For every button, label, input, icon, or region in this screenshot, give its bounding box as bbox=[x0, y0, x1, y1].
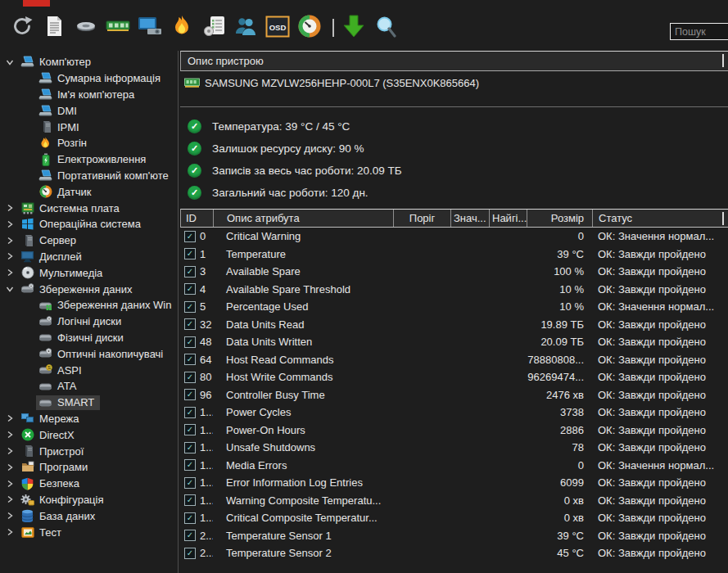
attr-checkbox[interactable]: ✓ bbox=[184, 407, 196, 418]
sidebar-item-os[interactable]: Операційна система bbox=[0, 216, 177, 232]
attr-row[interactable]: ✓5Percentage Used10 %ОК: Значення нормал… bbox=[180, 298, 728, 316]
attr-checkbox[interactable]: ✓ bbox=[184, 266, 196, 277]
attr-checkbox[interactable]: ✓ bbox=[184, 389, 196, 400]
sidebar-item-database[interactable]: База даних bbox=[0, 508, 177, 524]
attr-checkbox[interactable]: ✓ bbox=[184, 354, 196, 365]
chevron-right-icon[interactable] bbox=[6, 480, 18, 488]
attr-row[interactable]: ✓1...Critical Composite Temperatur...0 х… bbox=[180, 509, 728, 527]
attr-row[interactable]: ✓2...Temperature Sensor 139 °CОК: Завжди… bbox=[180, 527, 728, 545]
scrollbar-thumb[interactable] bbox=[722, 212, 724, 225]
chevron-right-icon[interactable] bbox=[6, 220, 18, 228]
chevron-right-icon[interactable] bbox=[6, 252, 18, 260]
sidebar-item-overclock[interactable]: Розгін bbox=[0, 135, 177, 151]
attr-checkbox[interactable]: ✓ bbox=[184, 248, 196, 259]
column-header-attribute[interactable]: Опис атрибута bbox=[214, 210, 394, 227]
sidebar-item-storage-windows[interactable]: Збереження даних Win bbox=[0, 297, 177, 314]
chevron-down-icon[interactable] bbox=[6, 285, 18, 293]
attr-checkbox[interactable]: ✓ bbox=[184, 318, 196, 330]
sidebar-item-network[interactable]: Мережа bbox=[0, 411, 177, 427]
scrollbar-thumb[interactable] bbox=[722, 54, 724, 67]
attr-checkbox[interactable]: ✓ bbox=[184, 530, 196, 541]
toolbar-burn-test-button[interactable] bbox=[170, 14, 194, 42]
sidebar-item-display[interactable]: Дисплей bbox=[0, 249, 177, 265]
sidebar-item-portable[interactable]: Портативний комп'юте bbox=[0, 168, 177, 184]
attr-row[interactable]: ✓64Host Read Commands78880808...ОК: Завж… bbox=[180, 351, 728, 369]
column-header-threshold[interactable]: Поріг bbox=[394, 210, 451, 227]
sidebar-item-summary[interactable]: Сумарна інформація bbox=[0, 70, 177, 87]
column-header-size[interactable]: Розмір bbox=[527, 210, 593, 227]
attr-checkbox[interactable]: ✓ bbox=[184, 442, 196, 453]
attr-row[interactable]: ✓1...Power-On Hours2886ОК: Завжди пройде… bbox=[180, 422, 728, 440]
attr-checkbox[interactable]: ✓ bbox=[184, 231, 196, 242]
column-header-worst[interactable]: Найгі... bbox=[490, 210, 527, 227]
toolbar-memory-button[interactable] bbox=[106, 14, 130, 42]
sidebar-item-security[interactable]: Безпека bbox=[0, 476, 177, 492]
chevron-right-icon[interactable] bbox=[6, 204, 18, 212]
toolbar-refresh-button[interactable] bbox=[10, 14, 34, 42]
chevron-right-icon[interactable] bbox=[6, 447, 18, 455]
attr-checkbox[interactable]: ✓ bbox=[184, 459, 196, 471]
sidebar-item-computer[interactable]: Комп'ютер bbox=[0, 54, 177, 70]
attr-row[interactable]: ✓32Data Units Read19.89 ТБОК: Завжди про… bbox=[180, 316, 728, 334]
attr-checkbox[interactable]: ✓ bbox=[184, 548, 196, 559]
attr-checkbox[interactable]: ✓ bbox=[184, 424, 196, 435]
toolbar-download-button[interactable] bbox=[341, 14, 366, 42]
sidebar-item-test[interactable]: Тест bbox=[0, 524, 177, 540]
sidebar-item-ata[interactable]: ATA bbox=[0, 378, 177, 395]
panel-divider[interactable] bbox=[178, 51, 179, 573]
attr-checkbox[interactable]: ✓ bbox=[184, 477, 196, 489]
toolbar-search-zoom-button[interactable] bbox=[373, 14, 398, 42]
attr-row[interactable]: ✓96Controller Busy Time2476 хвОК: Завжди… bbox=[180, 386, 728, 404]
sidebar-item-sensor[interactable]: Датчик bbox=[0, 183, 177, 200]
sidebar-item-dmi[interactable]: DMI bbox=[0, 102, 177, 119]
attr-checkbox[interactable]: ✓ bbox=[184, 512, 196, 524]
search-input[interactable] bbox=[670, 23, 728, 40]
sidebar-item-programs[interactable]: Програми bbox=[0, 459, 177, 476]
attr-row[interactable]: ✓1...Error Information Log Entries6099ОК… bbox=[180, 474, 728, 492]
sidebar-item-multimedia[interactable]: Мультимедіа bbox=[0, 264, 177, 281]
attr-checkbox[interactable]: ✓ bbox=[184, 301, 196, 313]
sidebar-item-ipmi[interactable]: IPMI bbox=[0, 119, 177, 135]
attr-row[interactable]: ✓1...Power Cycles3738ОК: Завжди пройдено bbox=[180, 404, 728, 422]
chevron-right-icon[interactable] bbox=[6, 431, 18, 439]
chevron-right-icon[interactable] bbox=[6, 237, 18, 245]
chevron-right-icon[interactable] bbox=[6, 463, 18, 471]
attr-row[interactable]: ✓1...Warning Composite Temperatu...0 хвО… bbox=[180, 492, 728, 510]
chevron-right-icon[interactable] bbox=[6, 268, 18, 277]
attr-row[interactable]: ✓3Available Spare100 %ОК: Завжди пройден… bbox=[180, 263, 728, 281]
attr-row[interactable]: ✓1Temperature39 °CОК: Завжди пройдено bbox=[180, 246, 728, 264]
toolbar-sensor-gauge-button[interactable] bbox=[297, 14, 322, 42]
sidebar-item-computer-name[interactable]: Ім'я комп'ютера bbox=[0, 87, 177, 103]
attr-row[interactable]: ✓4Available Spare Threshold10 %ОК: Завжд… bbox=[180, 281, 728, 299]
sidebar-item-power[interactable]: Електроживлення bbox=[0, 151, 177, 168]
chevron-right-icon[interactable] bbox=[6, 528, 18, 536]
sidebar-item-logical-disks[interactable]: Логічні диски bbox=[0, 314, 177, 330]
toolbar-osd-button[interactable]: OSD bbox=[265, 14, 290, 42]
attr-row[interactable]: ✓2...Temperature Sensor 245 °CОК: Завжди… bbox=[180, 544, 728, 562]
toolbar-preferences-button[interactable] bbox=[201, 14, 226, 42]
device-row[interactable]: SAMSUNG MZVLW256HEHP-000L7 (S35ENX0K8656… bbox=[180, 71, 728, 95]
sidebar-item-storage[interactable]: Збереження даних bbox=[0, 281, 177, 297]
toolbar-disc-button[interactable] bbox=[74, 14, 98, 42]
chevron-right-icon[interactable] bbox=[6, 495, 18, 503]
toolbar-report-button[interactable] bbox=[42, 14, 66, 42]
device-list-header[interactable]: Опис пристрою bbox=[180, 51, 728, 71]
column-header-status[interactable]: Статус bbox=[593, 210, 728, 227]
attr-row[interactable]: ✓1...Media Errors0ОК: Значення нормал... bbox=[180, 457, 728, 475]
chevron-down-icon[interactable] bbox=[6, 58, 18, 66]
toolbar-video-button[interactable] bbox=[138, 14, 162, 42]
sidebar-item-devices[interactable]: Пристрої bbox=[0, 443, 177, 459]
attr-checkbox[interactable]: ✓ bbox=[184, 372, 196, 383]
sidebar-item-server[interactable]: Сервер bbox=[0, 232, 177, 249]
sidebar-item-physical-disks[interactable]: Фізичні диски bbox=[0, 330, 177, 346]
column-header-id[interactable]: ID bbox=[181, 210, 214, 227]
sidebar-item-smart[interactable]: SMART bbox=[0, 395, 177, 411]
sidebar-item-aspi[interactable]: SASPI bbox=[0, 362, 177, 378]
attr-row[interactable]: ✓48Data Units Written20.09 ТБОК: Завжди … bbox=[180, 333, 728, 351]
attr-row[interactable]: ✓80Host Write Commands96269474...ОК: Зав… bbox=[180, 368, 728, 386]
attr-checkbox[interactable]: ✓ bbox=[184, 494, 196, 506]
attr-checkbox[interactable]: ✓ bbox=[184, 283, 196, 295]
attr-row[interactable]: ✓1...Unsafe Shutdowns78ОК: Завжди пройде… bbox=[180, 439, 728, 457]
column-header-value[interactable]: Знач... bbox=[451, 210, 490, 227]
sidebar-item-directx[interactable]: DirectX bbox=[0, 426, 177, 443]
